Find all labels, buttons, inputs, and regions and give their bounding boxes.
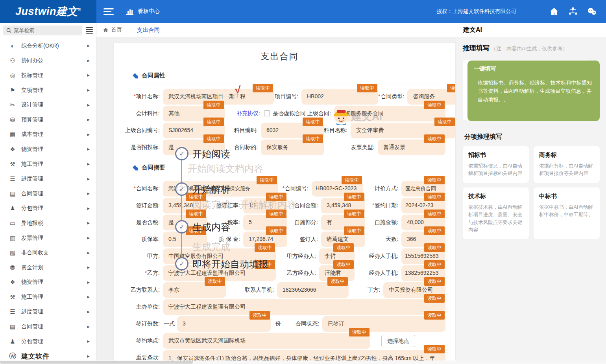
field-project-code[interactable]: HB002读取中 <box>301 89 378 105</box>
sidebar-item-funds-plan[interactable]: ⛃资金计划▶ <box>0 260 96 275</box>
sidebar-item-remote-tax[interactable]: ▭异地报税▶ <box>0 216 96 231</box>
sidebar-item-project-init[interactable]: ⚑立项管理▶ <box>0 83 96 98</box>
list-icon: ☰ <box>8 308 17 315</box>
app: Justwin建文® 看板中心 授权：上海建文软件科技有限公司 ◐综合分析(OK… <box>0 0 606 364</box>
sidebar-item-cost[interactable]: ▦成本管理▶ <box>0 127 96 142</box>
reading-badge: 读取中 <box>424 134 445 143</box>
field-contract-status[interactable]: 已签订读取中 <box>322 316 445 332</box>
tag-icon <box>132 73 139 79</box>
tag-icon <box>132 165 139 171</box>
label-days: 天数: <box>365 232 401 243</box>
search-input[interactable] <box>14 28 61 33</box>
reading-badge: 读取中 <box>203 101 224 109</box>
label-contract-amount: *合同金额: <box>287 198 321 209</box>
quick-fill-stack: 一键填写 依据招标书、商务标、经济标、技术标和中标通知书等资料，由AI自动解析，… <box>463 57 600 127</box>
org-chart-icon[interactable] <box>568 7 578 16</box>
field-contact-phone[interactable]: 18236523666读取中 <box>277 282 349 298</box>
label-project-name: *项目名称: <box>114 89 163 100</box>
wechat-icon[interactable] <box>587 7 597 16</box>
chevron-right-icon: ▶ <box>87 59 90 63</box>
chevron-right-icon: ▶ <box>87 74 90 77</box>
label-agent-phone-a: 经办人手机: <box>355 248 401 260</box>
virtual-contract-checkbox[interactable] <box>264 110 270 116</box>
reading-badge: 读取中 <box>424 277 445 286</box>
sidebar-item-noncontract[interactable]: ▧非合同收支▶ <box>0 245 96 260</box>
label-agent-phone-b: 经办人手机: <box>355 265 401 277</box>
person-icon: ♟ <box>8 338 17 345</box>
label-contract-status: 合同状态: <box>283 316 322 327</box>
card-award-notice[interactable]: 中标书 依据中标书，由AI自动解析中标价，中标工期等。 <box>534 188 600 239</box>
sidebar-item-budget[interactable]: ⛁预算管理▶ <box>0 112 96 127</box>
scissors-icon: ✂ <box>8 101 17 108</box>
tab-expenditure-contract[interactable]: 支出合同 <box>137 26 160 34</box>
label-signing-place: 签约地点: <box>114 333 163 344</box>
sidebar-item-construction-2[interactable]: ⚒施工管理▶ <box>0 290 96 305</box>
sidebar-item-design[interactable]: ✂设计管理▶ <box>0 97 96 112</box>
sidebar-item-schedule-2[interactable]: ☰进度管理▶ <box>0 305 96 320</box>
card-tender-document[interactable]: 招标书 依据招标信息，由AI自动解析项目招标的关键内容 <box>463 146 529 183</box>
reading-badge: 读取中 <box>255 260 275 269</box>
reading-badge: 读取中 <box>333 260 354 269</box>
invoice-icon: ▥ <box>8 235 17 242</box>
card-technical-bid[interactable]: 技术标 依据技术标，由AI自动解析项目进度、质量、安全与技术风险点等要求关键内容 <box>463 188 529 239</box>
horizontal-scrollbar[interactable] <box>0 360 606 364</box>
chevron-right-icon: ▶ <box>87 177 90 181</box>
sidebar-item-invoice[interactable]: ▥发票管理▶ <box>0 231 96 246</box>
sidebar-item-contract[interactable]: ▤合同管理▶ <box>0 186 96 201</box>
sidebar-item-contract-2[interactable]: ▤合同管理▶ <box>0 319 96 334</box>
home-icon[interactable] <box>549 7 559 16</box>
sidebar-item-subcontract-2[interactable]: ♟分包管理▶ <box>0 334 96 349</box>
field-contract-object[interactable]: 保安服务读取中 <box>261 140 324 155</box>
list-icon: ☰ <box>8 175 17 182</box>
field-invoice-type[interactable]: 普通发票读取中 <box>378 140 445 155</box>
field-is-bidding[interactable]: 是读取中 <box>163 140 225 155</box>
field-contract-name[interactable]: 武汉天河机场南区项目工程保安服务读取中 <box>163 181 278 197</box>
sidebar-item-schedule[interactable]: ☰进度管理▶ <box>0 171 96 186</box>
logo-text: Justwin建文 <box>15 6 78 17</box>
sidebar-item-materials-2[interactable]: ❖物资管理▶ <box>0 275 96 290</box>
field-party-b-contact[interactable]: 李东读取中 <box>163 282 226 298</box>
reading-badge: 读取中 <box>424 226 445 235</box>
menu-toggle-icon[interactable] <box>103 7 114 17</box>
reading-badge: 读取中 <box>349 328 370 336</box>
menu-search[interactable] <box>3 26 82 35</box>
breadcrumb-bar: 首页 支出合同 <box>96 23 456 37</box>
reading-badge: 读取中 <box>424 311 445 320</box>
label-accounting-subject: 会计科目: <box>114 106 163 117</box>
chevron-right-icon: ▶ <box>87 133 90 136</box>
scrollbar-thumb[interactable] <box>0 361 193 364</box>
sidebar-item-bidding[interactable]: ◎投标管理▶ <box>0 68 96 83</box>
reading-badge: 读取中 <box>203 134 224 143</box>
sidebar-item-construction[interactable]: ⚒施工管理▶ <box>0 157 96 172</box>
field-host-unit[interactable]: 宁波宁大工程建设监理有限公司读取中 <box>163 299 445 315</box>
sidebar-item-collab[interactable]: ⚇协同办公▶ <box>0 53 96 68</box>
sidebar-item-okr[interactable]: ◐综合分析(OKR)▶ <box>0 39 96 53</box>
sidebar-item-materials[interactable]: ❖物资管理▶ <box>0 142 96 157</box>
supplement-agreement-link[interactable]: 补充协议: <box>236 106 260 117</box>
license-text: 授权：上海建文软件科技有限公司 <box>437 8 517 15</box>
field-copies[interactable]: 3读取中 <box>177 316 271 332</box>
reading-badge: 读取中 <box>266 226 286 235</box>
label-self-build-amount: 自施金额: <box>365 215 401 226</box>
choose-location-button[interactable]: 选择地点 <box>381 335 415 347</box>
sidebar-item-subcontract[interactable]: ♟分包管理▶ <box>0 201 96 216</box>
ai-note: （注：内容由AI生成，仅供参考） <box>491 45 567 52</box>
reading-badge: 读取中 <box>342 176 362 184</box>
calculator-icon: ▦ <box>8 131 17 138</box>
quick-fill-card[interactable]: 一键填写 依据招标书、商务标、经济标、技术标和中标通知书等资料，由AI自动解析，… <box>467 61 600 121</box>
chevron-right-icon: ▶ <box>87 103 90 107</box>
reading-badge: 读取中 <box>249 311 270 320</box>
label-party-b-contact: 乙方联系人: <box>114 282 163 294</box>
field-signing-place[interactable]: 武汉市黄陂区武汉天河国际机场读取中 <box>163 333 370 349</box>
ai-sub-heading: 分项推理填写 <box>464 133 600 141</box>
top-bar: Justwin建文® 看板中心 授权：上海建文软件科技有限公司 <box>0 0 606 23</box>
field-parent-contract[interactable]: 咨询服务服务合同读取中 <box>334 106 445 121</box>
label-parent-contract-code: 上级合同编号: <box>114 123 163 134</box>
breadcrumb-home[interactable]: 首页 <box>103 26 122 33</box>
dashboard-center-link[interactable]: 看板中心 <box>126 7 160 15</box>
chevron-right-icon: ▶ <box>87 340 90 343</box>
field-warranty-rate[interactable]: 0.5读取中 <box>163 232 207 247</box>
label-party-a-agent: 甲方经办人: <box>276 248 319 260</box>
menu-list-icon[interactable] <box>86 26 93 35</box>
card-business-bid[interactable]: 商务标 依据商务标，由AI自动解析项目报价等关键内容 <box>534 146 600 183</box>
